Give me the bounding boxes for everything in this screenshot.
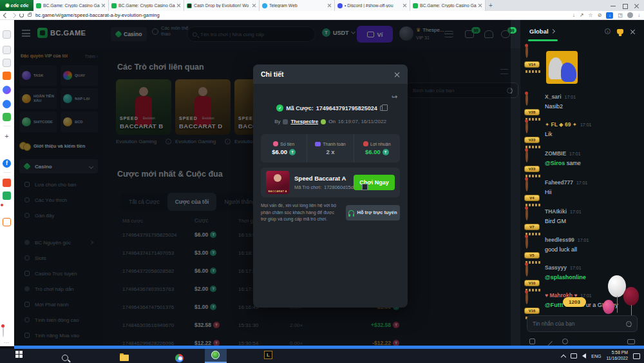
coccoc-taskbar-icon[interactable]	[211, 351, 220, 359]
avatar[interactable]	[526, 178, 528, 191]
coccoc-app-icon[interactable]	[3, 100, 11, 108]
taskbar-search-icon[interactable]	[62, 355, 68, 361]
avatar[interactable]	[526, 44, 528, 58]
keyboard-icon[interactable]	[627, 339, 635, 344]
notification-bell-icon[interactable]	[3, 325, 4, 337]
chat-rules-icon[interactable]: i	[605, 28, 611, 34]
chat-message: V23 ZOMBIE17:01 @Siros same	[520, 149, 644, 176]
action-center-icon[interactable]	[633, 353, 640, 359]
maximize-button[interactable]	[622, 3, 627, 8]
downloads-tray-icon[interactable]: ↓	[638, 12, 640, 18]
site-info-icon[interactable]	[28, 14, 32, 17]
tab-discord[interactable]: • Discord | #show-off-you	[335, 0, 410, 11]
add-shortcut-icon[interactable]: +	[3, 132, 11, 141]
address-bar-icons: ↓ ↗ ☆ ⊘ ↓ ◳ ↓	[573, 12, 640, 19]
chat-image[interactable]	[546, 51, 578, 84]
balloon-string	[617, 296, 618, 313]
pen-icon[interactable]	[545, 337, 553, 346]
start-button[interactable]	[15, 351, 23, 358]
forward-button[interactable]	[11, 12, 16, 17]
game-thumbnail[interactable]: BACCARAT A	[266, 171, 289, 194]
emoji-icon[interactable]	[626, 321, 632, 327]
bcgame-site: BC.GAME Casino Các môn thể thao Tên trò …	[14, 20, 644, 346]
vip-crown-icon[interactable]	[3, 72, 11, 80]
hidden-icons-chevron[interactable]	[561, 354, 566, 359]
chat-message-input[interactable]: Tin nhắn của bạn	[527, 315, 638, 332]
messenger-icon[interactable]	[3, 86, 11, 94]
close-icon[interactable]	[394, 72, 400, 77]
avatar[interactable]	[526, 207, 528, 221]
share-icon[interactable]: ↪	[391, 92, 398, 101]
history-icon[interactable]	[3, 46, 11, 54]
headphones-icon	[348, 210, 354, 215]
tab-cashdrop[interactable]: Cash Drop by Evolution! Wo	[184, 0, 260, 11]
vip-badge: V4	[524, 195, 540, 201]
tab-close-icon[interactable]	[101, 3, 106, 8]
minimize-button[interactable]	[611, 3, 616, 8]
card-icon	[315, 142, 321, 146]
clover-icon[interactable]	[562, 338, 568, 344]
reload-button[interactable]	[19, 13, 24, 17]
settings-icon[interactable]	[3, 30, 11, 39]
reading-list-icon[interactable]	[3, 59, 11, 67]
unread-count-pill[interactable]: 1203	[563, 297, 586, 307]
tab-close-icon[interactable]	[327, 3, 332, 8]
chrome-icon[interactable]	[175, 354, 184, 362]
language-indicator[interactable]: ENG	[591, 354, 601, 358]
tab-bcgame-1[interactable]: BC.Game: Crypto Casino Gan	[33, 0, 109, 11]
network-icon[interactable]	[571, 353, 577, 358]
cart-icon[interactable]	[3, 218, 11, 226]
tab-close-icon[interactable]	[252, 3, 256, 8]
dice-icon[interactable]	[529, 338, 535, 344]
league-of-legends-icon[interactable]: L	[264, 351, 272, 359]
profile-avatar-icon[interactable]	[627, 12, 633, 18]
avatar[interactable]	[526, 92, 528, 106]
chat-header: Global i	[520, 28, 644, 35]
tab-bcgame-3[interactable]: BC.Game: Crypto Casino Gan	[410, 0, 486, 11]
avatar[interactable]	[526, 235, 528, 249]
games-icon[interactable]	[3, 113, 11, 121]
chat-close-icon[interactable]	[630, 29, 635, 34]
file-explorer-icon[interactable]	[120, 355, 129, 361]
url-text[interactable]: bc.game/vi/game/speed-baccarat-a-by-evol…	[35, 12, 160, 18]
tab-close-icon[interactable]	[176, 3, 181, 8]
copy-icon[interactable]	[380, 106, 384, 111]
balloon-decoration	[623, 287, 639, 306]
back-button[interactable]	[3, 12, 8, 17]
live-support-button[interactable]: Hỗ trợ trực tuyến	[346, 205, 400, 221]
avatar[interactable]	[526, 291, 528, 304]
tab-close-icon[interactable]	[402, 3, 407, 8]
tab-telegram[interactable]: Telegram Web	[260, 0, 335, 11]
facebook-icon[interactable]: f	[3, 159, 11, 168]
vip-badge: V23	[524, 137, 540, 143]
window-close-button[interactable]	[634, 3, 639, 8]
new-tab-button[interactable]: +	[486, 0, 496, 11]
avatar[interactable]	[526, 263, 528, 277]
volume-icon[interactable]	[582, 353, 586, 358]
frog-emoji-icon	[321, 119, 326, 124]
stat-amount: Số tiền $6.00T	[261, 134, 307, 162]
clock[interactable]: 5:58 PM 11/16/2022	[606, 350, 628, 362]
more-icon[interactable]: …	[3, 337, 11, 346]
save-icon[interactable]: ↓	[573, 12, 575, 18]
chat-panel: Global i V14 V28 X_sari17:01 Nasib2 V23	[520, 20, 644, 346]
store-icon[interactable]	[3, 191, 11, 200]
avatar[interactable]	[526, 120, 528, 133]
address-bar: bc.game/vi/game/speed-baccarat-a-by-evol…	[0, 11, 644, 20]
coccoc-logo[interactable]: cốc cốc	[0, 0, 33, 11]
share-icon[interactable]: ↗	[580, 12, 584, 18]
trophy-icon[interactable]	[617, 29, 623, 34]
avatar[interactable]	[526, 149, 528, 162]
adblock-icon[interactable]: ⊘	[598, 12, 602, 18]
bookmark-star-icon[interactable]: ☆	[589, 12, 593, 18]
bcgame-favicon	[36, 3, 41, 8]
download-active-icon[interactable]: ↓	[606, 12, 613, 19]
bcgame-favicon	[111, 3, 117, 8]
shopee-icon[interactable]	[3, 179, 11, 187]
tab-close-icon[interactable]	[478, 3, 482, 8]
copy-icon[interactable]	[360, 185, 365, 190]
chat-room-title[interactable]: Global	[529, 28, 549, 35]
extension-icon[interactable]: ◳	[618, 12, 623, 18]
player-name[interactable]: Thespectre	[290, 119, 318, 124]
tab-bcgame-2[interactable]: BC.Game: Crypto Casino Gan	[109, 0, 184, 11]
